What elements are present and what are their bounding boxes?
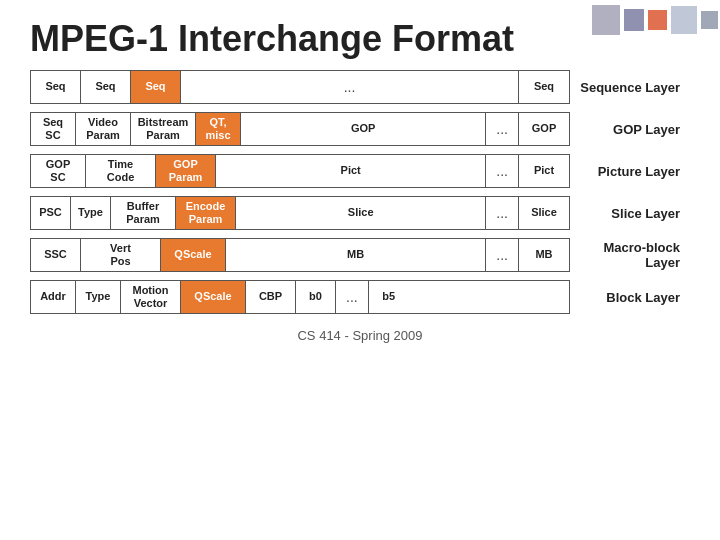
box-picture-1: Time Code xyxy=(86,155,156,187)
layer-label-block: Block Layer xyxy=(570,290,690,305)
layer-row-gop: Seq SCVideo ParamBitstream ParamQT, misc… xyxy=(30,112,690,146)
box-slice-0: PSC xyxy=(31,197,71,229)
layer-label-sequence: Sequence Layer xyxy=(570,80,690,95)
box-block-2: Motion Vector xyxy=(121,281,181,313)
layer-row-picture: GOP SCTime CodeGOP ParamPict...PictPictu… xyxy=(30,154,690,188)
box-block-4: CBP xyxy=(246,281,296,313)
box-block-7: b5 xyxy=(369,281,409,313)
page-title: MPEG-1 Interchange Format xyxy=(0,0,720,70)
footer-text: CS 414 - Spring 2009 xyxy=(0,328,720,343)
layer-row-sequence: SeqSeqSeq...SeqSequence Layer xyxy=(30,70,690,104)
box-slice-2: Buffer Param xyxy=(111,197,176,229)
box-block-0: Addr xyxy=(31,281,76,313)
box-macroblock-5: MB xyxy=(519,239,569,271)
box-picture-5: Pict xyxy=(519,155,569,187)
box-block-5: b0 xyxy=(296,281,336,313)
box-sequence-2: Seq xyxy=(131,71,181,103)
box-block-3: QScale xyxy=(181,281,246,313)
box-gop-2: Bitstream Param xyxy=(131,113,196,145)
layer-label-gop: GOP Layer xyxy=(570,122,690,137)
box-picture-4: ... xyxy=(486,155,519,187)
boxes-slice: PSCTypeBuffer ParamEncode ParamSlice...S… xyxy=(30,196,570,230)
box-macroblock-3: MB xyxy=(226,239,486,271)
layer-row-block: AddrTypeMotion VectorQScaleCBPb0...b5Blo… xyxy=(30,280,690,314)
boxes-macroblock: SSCVert PosQScaleMB...MB xyxy=(30,238,570,272)
boxes-block: AddrTypeMotion VectorQScaleCBPb0...b5 xyxy=(30,280,570,314)
content-area: SeqSeqSeq...SeqSequence LayerSeq SCVideo… xyxy=(0,70,720,314)
box-slice-1: Type xyxy=(71,197,111,229)
boxes-gop: Seq SCVideo ParamBitstream ParamQT, misc… xyxy=(30,112,570,146)
box-slice-4: Slice xyxy=(236,197,486,229)
box-picture-3: Pict xyxy=(216,155,486,187)
box-macroblock-1: Vert Pos xyxy=(81,239,161,271)
boxes-sequence: SeqSeqSeq...Seq xyxy=(30,70,570,104)
box-picture-2: GOP Param xyxy=(156,155,216,187)
box-block-1: Type xyxy=(76,281,121,313)
box-sequence-0: Seq xyxy=(31,71,81,103)
box-sequence-3: ... xyxy=(181,71,519,103)
box-gop-1: Video Param xyxy=(76,113,131,145)
box-macroblock-0: SSC xyxy=(31,239,81,271)
boxes-picture: GOP SCTime CodeGOP ParamPict...Pict xyxy=(30,154,570,188)
box-macroblock-4: ... xyxy=(486,239,519,271)
box-block-6: ... xyxy=(336,281,369,313)
box-macroblock-2: QScale xyxy=(161,239,226,271)
layer-row-macroblock: SSCVert PosQScaleMB...MBMacro-block Laye… xyxy=(30,238,690,272)
box-slice-6: Slice xyxy=(519,197,569,229)
box-sequence-4: Seq xyxy=(519,71,569,103)
box-sequence-1: Seq xyxy=(81,71,131,103)
layer-label-slice: Slice Layer xyxy=(570,206,690,221)
box-slice-3: Encode Param xyxy=(176,197,236,229)
box-slice-5: ... xyxy=(486,197,519,229)
layer-row-slice: PSCTypeBuffer ParamEncode ParamSlice...S… xyxy=(30,196,690,230)
box-gop-5: ... xyxy=(486,113,519,145)
box-gop-6: GOP xyxy=(519,113,569,145)
box-gop-3: QT, misc xyxy=(196,113,241,145)
layer-label-macroblock: Macro-block Layer xyxy=(570,240,690,270)
layer-label-picture: Picture Layer xyxy=(570,164,690,179)
box-picture-0: GOP SC xyxy=(31,155,86,187)
box-gop-4: GOP xyxy=(241,113,486,145)
box-gop-0: Seq SC xyxy=(31,113,76,145)
